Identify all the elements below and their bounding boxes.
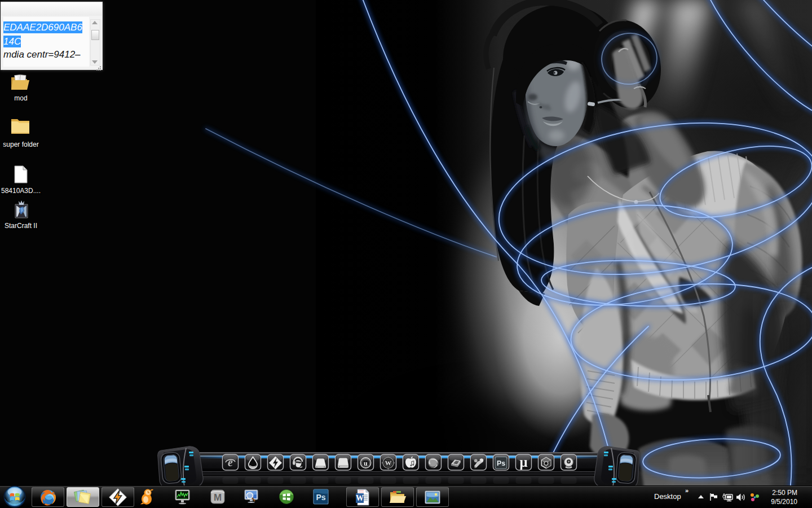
svg-text:M: M [214,492,222,503]
svg-text:W: W [385,459,392,466]
svg-text:W: W [356,494,364,502]
svg-text:Ps: Ps [497,459,505,467]
svg-text:μ: μ [520,454,528,470]
svg-text:e: e [228,456,233,468]
svg-text:Ps: Ps [316,493,325,502]
svg-text:u: u [364,459,368,467]
